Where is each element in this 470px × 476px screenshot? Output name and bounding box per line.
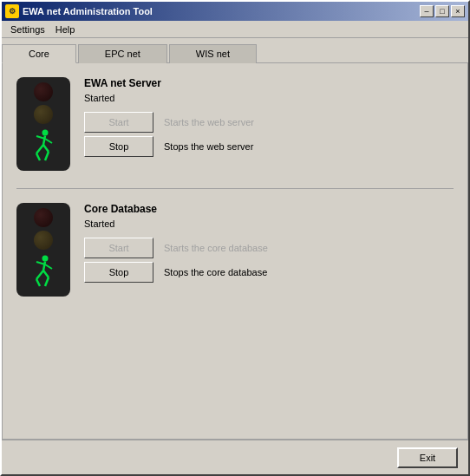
svg-line-3 [45,139,52,143]
exit-button[interactable]: Exit [397,447,458,468]
svg-line-11 [45,264,52,269]
maximize-button[interactable]: □ [435,5,449,17]
ewa-start-row: Start Starts the web server [84,112,454,133]
db-start-desc: Starts the core database [164,243,268,253]
ewa-start-button[interactable]: Start [84,112,153,133]
menu-settings[interactable]: Settings [5,23,50,36]
db-stop-row: Stop Stops the core database [84,262,454,283]
walking-man-svg-db [28,255,59,290]
svg-line-9 [43,262,45,271]
svg-line-5 [36,153,40,160]
service-db-status: Started [84,218,454,229]
service-ewa-status: Started [84,93,454,103]
tab-content: EWA net Server Started Start Starts the … [2,62,468,440]
yellow-light-off-db [34,231,53,250]
minimize-button[interactable]: – [420,5,434,17]
traffic-light-ewa [16,77,70,171]
walking-man-figure-db [22,253,65,291]
window-title: EWA net Administration Tool [23,6,153,16]
main-window: ⚙ EWA net Administration Tool – □ × Sett… [0,0,470,476]
service-ewa-title: EWA net Server [84,77,454,89]
service-ewa-server: EWA net Server Started Start Starts the … [16,77,454,171]
svg-line-12 [36,271,43,279]
db-start-button[interactable]: Start [84,238,153,258]
separator [16,188,454,189]
menu-help[interactable]: Help [50,23,81,36]
tab-wisnet[interactable]: WIS net [169,44,257,63]
svg-line-13 [36,279,40,286]
svg-line-4 [36,145,43,153]
db-stop-desc: Stops the core database [164,267,267,277]
service-ewa-info: EWA net Server Started Start Starts the … [84,77,454,160]
bottom-bar: Exit [2,440,468,474]
ewa-stop-desc: Stops the web server [164,141,253,152]
ewa-stop-button[interactable]: Stop [84,136,153,157]
db-stop-button[interactable]: Stop [84,262,153,283]
tab-epcnet[interactable]: EPC net [78,44,167,63]
svg-line-15 [45,277,49,286]
service-db-title: Core Database [84,203,454,215]
service-core-db: Core Database Started Start Starts the c… [16,203,454,297]
tabs-row: Core EPC net WIS net [2,38,468,62]
title-bar: ⚙ EWA net Administration Tool – □ × [2,2,468,21]
title-bar-buttons: – □ × [420,5,465,17]
walking-man-svg [28,129,59,164]
walking-man-figure [22,127,65,166]
title-bar-left: ⚙ EWA net Administration Tool [5,4,153,18]
traffic-light-db [16,203,70,297]
svg-point-8 [42,256,49,262]
ewa-start-desc: Starts the web server [164,117,254,127]
close-button[interactable]: × [451,5,465,17]
red-light-off [34,82,53,101]
db-start-row: Start Starts the core database [84,238,454,258]
service-db-info: Core Database Started Start Starts the c… [84,203,454,286]
svg-line-6 [43,145,49,152]
ewa-stop-row: Stop Stops the web server [84,136,454,157]
menubar: Settings Help [2,21,468,38]
svg-line-7 [45,152,49,160]
app-icon: ⚙ [5,4,19,18]
svg-line-14 [43,271,49,277]
tab-core[interactable]: Core [2,44,76,63]
svg-point-0 [42,130,49,136]
yellow-light-off [34,105,53,124]
svg-line-1 [43,136,45,146]
red-light-off-db [34,208,53,227]
